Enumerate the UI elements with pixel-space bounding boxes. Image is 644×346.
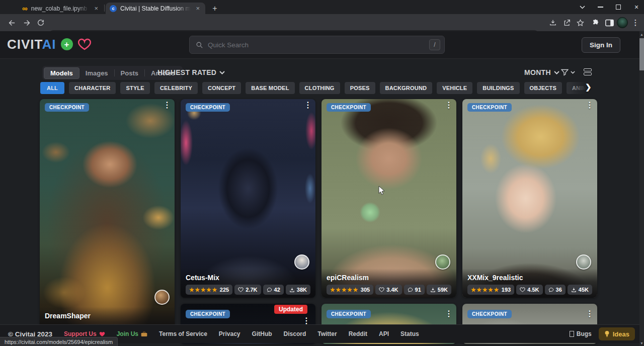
card-menu-icon[interactable]: ⋮ bbox=[163, 101, 171, 110]
model-card-xxmix-9realistic[interactable]: CHECKPOINT ⋮ XXMix_9realistic ★★★★★ 193 … bbox=[462, 99, 597, 298]
link-status-bubble: https://civitai.com/models/25694/epicrea… bbox=[0, 337, 118, 346]
star-icons: ★★★★★ bbox=[330, 287, 359, 293]
card-menu-icon[interactable]: ⋮ bbox=[445, 101, 453, 110]
card-menu-icon[interactable]: ⋮ bbox=[586, 101, 594, 110]
new-tab-button[interactable]: + bbox=[209, 3, 221, 14]
chevron-down-icon bbox=[219, 71, 225, 74]
tab-title: new_colab_file.ipynb - Colaborat bbox=[31, 5, 90, 12]
forward-button[interactable] bbox=[20, 16, 33, 29]
briefcase-icon bbox=[141, 331, 147, 337]
checkpoint-badge: CHECKPOINT bbox=[467, 103, 512, 112]
footer-link-api[interactable]: API bbox=[379, 330, 389, 337]
window-minimize-button[interactable] bbox=[592, 0, 609, 14]
scroll-up-arrow-icon[interactable]: ▲ bbox=[639, 31, 644, 37]
tab-search-chevron-icon[interactable] bbox=[574, 0, 591, 14]
chip-buildings[interactable]: BUILDINGS bbox=[477, 82, 519, 94]
chip-base-model[interactable]: BASE MODEL bbox=[246, 82, 294, 94]
creator-avatar[interactable] bbox=[154, 290, 170, 305]
likes-chip: 3.4K bbox=[375, 285, 401, 295]
footer-link-bugs[interactable]: Bugs bbox=[570, 330, 592, 337]
model-title: DreamShaper bbox=[45, 312, 170, 320]
chip-background[interactable]: BACKGROUND bbox=[380, 82, 433, 94]
footer-link-join-us[interactable]: Join Us bbox=[117, 330, 147, 337]
scrollbar-thumb[interactable] bbox=[639, 38, 644, 70]
chip-all[interactable]: ALL bbox=[40, 82, 64, 94]
civitai-logo[interactable]: CIVITAI + bbox=[7, 38, 92, 51]
checkpoint-badge: CHECKPOINT bbox=[327, 310, 371, 318]
chip-objects[interactable]: OBJECTS bbox=[524, 82, 562, 94]
chip-style[interactable]: STYLE bbox=[120, 82, 149, 94]
back-button[interactable] bbox=[5, 16, 18, 29]
window-maximize-button[interactable] bbox=[610, 0, 627, 14]
layout-toggle-icon[interactable] bbox=[584, 68, 592, 75]
quick-search-bar[interactable]: / bbox=[189, 36, 445, 54]
share-icon[interactable] bbox=[560, 16, 574, 29]
checkpoint-badge: CHECKPOINT bbox=[45, 103, 89, 112]
heart-icon bbox=[99, 331, 105, 337]
card-menu-icon[interactable]: ⋮ bbox=[304, 101, 312, 110]
likes-chip: 2.7K bbox=[234, 285, 261, 295]
model-card-cetus-mix[interactable]: CHECKPOINT ⋮ Cetus-Mix ★★★★★ 225 2.7K 42 bbox=[181, 99, 315, 298]
tab-colab[interactable]: ∞ new_colab_file.ipynb - Colaborat × bbox=[18, 3, 104, 14]
extensions-puzzle-icon[interactable] bbox=[589, 16, 602, 29]
creator-avatar[interactable] bbox=[294, 254, 309, 270]
creator-avatar[interactable] bbox=[435, 254, 450, 270]
browser-menu-icon[interactable]: ⋮ bbox=[629, 16, 642, 29]
profile-avatar[interactable] bbox=[616, 16, 629, 29]
model-card-dreamshaper[interactable]: CHECKPOINT ⋮ DreamShaper bbox=[40, 99, 175, 341]
footer-link-status[interactable]: Status bbox=[400, 330, 419, 337]
slash-shortcut-badge: / bbox=[429, 39, 440, 50]
chip-clothing[interactable]: CLOTHING bbox=[299, 82, 340, 94]
comments-chip: 36 bbox=[545, 285, 566, 295]
download-icon bbox=[289, 287, 295, 293]
chip-celebrity[interactable]: CELEBRITY bbox=[154, 82, 198, 94]
footer-link-github[interactable]: GitHub bbox=[252, 330, 272, 337]
footer-link-terms[interactable]: Terms of Service bbox=[159, 330, 207, 337]
comment-icon bbox=[267, 287, 272, 293]
sort-dropdown[interactable]: HIGHEST RATED bbox=[157, 68, 225, 76]
footer-link-privacy[interactable]: Privacy bbox=[219, 330, 240, 337]
ideas-button[interactable]: Ideas bbox=[599, 327, 635, 340]
window-close-button[interactable]: × bbox=[628, 0, 644, 14]
footer-link-support-us[interactable]: Support Us bbox=[64, 330, 105, 337]
chip-concept[interactable]: CONCEPT bbox=[202, 82, 241, 94]
favorites-heart-icon[interactable] bbox=[77, 38, 92, 51]
tab-posts[interactable]: Posts bbox=[115, 68, 144, 78]
chip-character[interactable]: CHARACTER bbox=[69, 82, 116, 94]
period-dropdown[interactable]: MONTH bbox=[524, 68, 559, 76]
star-icons: ★★★★★ bbox=[471, 287, 500, 293]
model-card-epicrealism[interactable]: CHECKPOINT ⋮ epiCRealism ★★★★★ 305 3.4K … bbox=[321, 99, 456, 298]
reload-button[interactable] bbox=[34, 16, 47, 29]
download-page-icon[interactable] bbox=[546, 16, 559, 29]
tab-models[interactable]: Models bbox=[44, 67, 79, 79]
footer-link-twitter[interactable]: Twitter bbox=[317, 330, 337, 337]
creator-avatar[interactable] bbox=[576, 254, 591, 270]
download-icon bbox=[430, 287, 436, 293]
page-scrollbar[interactable]: ▲ ▼ bbox=[639, 31, 644, 346]
chips-scroll-right-icon[interactable]: ❯ bbox=[585, 82, 592, 92]
category-chip-row: ALL CHARACTER STYLE CELEBRITY CONCEPT BA… bbox=[40, 82, 594, 95]
tab-images[interactable]: Images bbox=[79, 68, 114, 78]
chip-poses[interactable]: POSES bbox=[345, 82, 375, 94]
tab-civitai[interactable]: c Civitai | Stable Diffusion models, × bbox=[106, 3, 205, 14]
chevron-down-icon bbox=[554, 71, 559, 74]
tab-close-icon[interactable]: × bbox=[194, 5, 201, 12]
footer-link-reddit[interactable]: Reddit bbox=[349, 330, 367, 337]
search-input[interactable] bbox=[208, 41, 425, 49]
model-preview-image bbox=[321, 99, 456, 298]
model-title: XXMix_9realistic bbox=[467, 274, 592, 282]
add-model-button[interactable]: + bbox=[61, 38, 73, 50]
bookmark-star-icon[interactable] bbox=[574, 16, 587, 29]
model-preview-image bbox=[40, 99, 175, 341]
footer-link-discord[interactable]: Discord bbox=[284, 330, 306, 337]
sign-in-button[interactable]: Sign In bbox=[582, 37, 620, 53]
scroll-down-arrow-icon[interactable]: ▼ bbox=[639, 340, 644, 346]
card-menu-icon[interactable]: ⋮ bbox=[586, 310, 594, 318]
side-panel-icon[interactable] bbox=[603, 16, 616, 29]
tab-close-icon[interactable]: × bbox=[93, 5, 100, 12]
comments-chip: 42 bbox=[263, 285, 284, 295]
card-menu-icon[interactable]: ⋮ bbox=[445, 310, 453, 318]
filter-dropdown[interactable] bbox=[560, 68, 575, 76]
chip-vehicle[interactable]: VEHICLE bbox=[437, 82, 472, 94]
likes-chip: 4.5K bbox=[516, 285, 542, 295]
